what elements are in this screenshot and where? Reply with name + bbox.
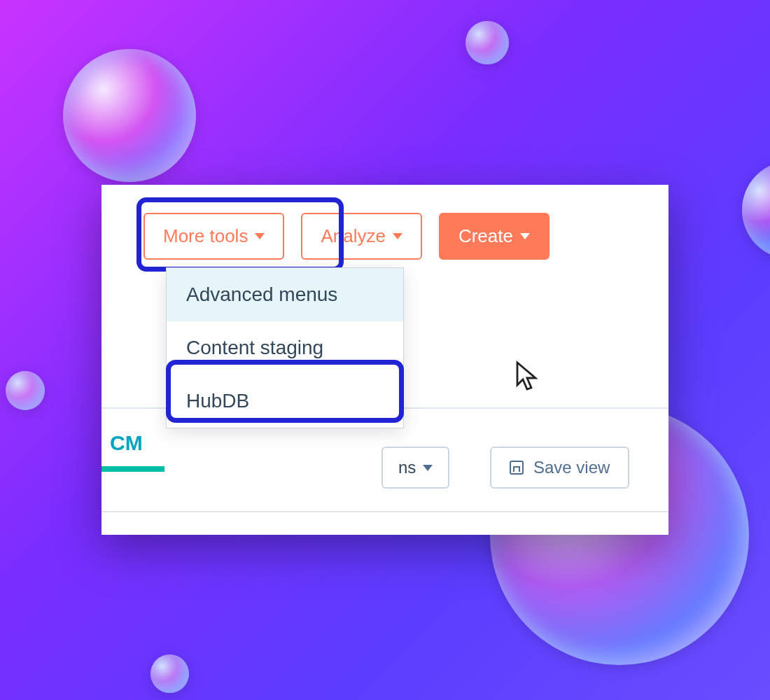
dropdown-item-content-staging[interactable]: Content staging — [167, 321, 403, 374]
dropdown-item-label: Content staging — [186, 337, 323, 358]
app-panel: More tools Analyze Create Advanced menus… — [102, 185, 668, 535]
dropdown-item-label: HubDB — [186, 390, 249, 412]
truncated-button-label: ns — [398, 458, 416, 477]
decorative-bubble — [742, 161, 770, 259]
save-icon — [510, 461, 524, 475]
divider-line — [102, 511, 668, 512]
create-button[interactable]: Create — [439, 213, 550, 260]
caret-down-icon — [255, 233, 265, 239]
truncated-dropdown-button[interactable]: ns — [382, 447, 449, 489]
analyze-button[interactable]: Analyze — [301, 213, 422, 260]
more-tools-dropdown: Advanced menus Content staging HubDB — [166, 267, 404, 428]
decorative-bubble — [150, 654, 189, 693]
tab-cms[interactable]: CM — [102, 426, 151, 461]
dropdown-item-advanced-menus[interactable]: Advanced menus — [167, 268, 403, 321]
toolbar: More tools Analyze Create — [144, 213, 550, 260]
analyze-label: Analyze — [321, 225, 386, 247]
cursor-icon — [514, 360, 542, 393]
decorative-bubble — [63, 49, 196, 182]
caret-down-icon — [520, 233, 530, 239]
caret-down-icon — [423, 465, 433, 471]
save-view-label: Save view — [533, 458, 610, 477]
create-label: Create — [458, 225, 513, 247]
tab-active-underline — [102, 466, 164, 472]
more-tools-button[interactable]: More tools — [144, 213, 284, 260]
tab-cms-label: CM — [110, 431, 143, 454]
more-tools-label: More tools — [163, 225, 248, 247]
save-view-button[interactable]: Save view — [490, 447, 629, 489]
decorative-bubble — [465, 21, 509, 64]
caret-down-icon — [393, 233, 402, 239]
decorative-bubble — [6, 371, 45, 410]
lower-row: CM ns Save view — [102, 420, 668, 511]
dropdown-item-label: Advanced menus — [186, 284, 337, 305]
